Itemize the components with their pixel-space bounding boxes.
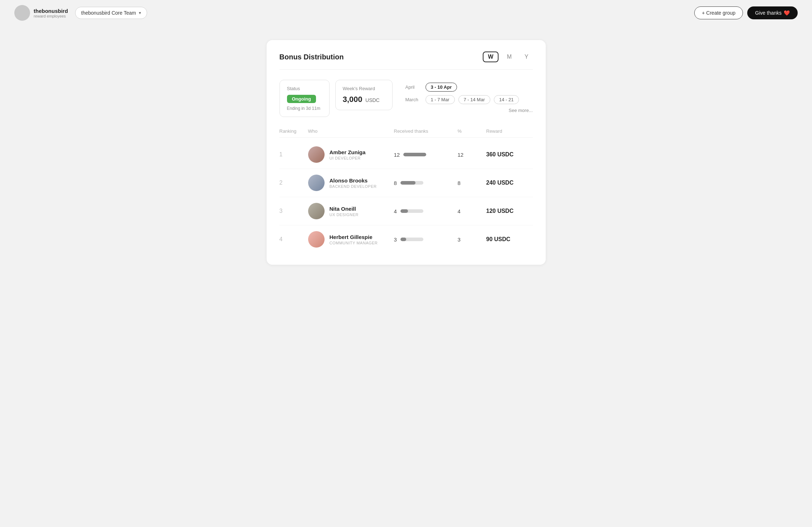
reward-cell: 90 USDC: [486, 236, 533, 243]
col-who: Who: [308, 128, 394, 134]
april-label: April: [405, 84, 422, 90]
person-cell: Nita Oneill UX DESIGNER: [308, 203, 394, 219]
weeks-reward-card: Week's Reward 3,000 USDC: [335, 80, 393, 110]
give-thanks-label: Give thanks: [755, 10, 782, 16]
avatar: [308, 203, 325, 219]
logo-avatar: [14, 5, 30, 21]
april-row: April 3 - 10 Apr: [405, 83, 533, 92]
tab-yearly[interactable]: Y: [520, 52, 533, 62]
thanks-cell: 4: [394, 208, 458, 214]
rank-number: 2: [279, 180, 308, 186]
thanks-count: 4: [394, 208, 397, 214]
avatar: [308, 146, 325, 163]
tab-monthly[interactable]: M: [503, 52, 516, 62]
rank-number: 3: [279, 208, 308, 214]
table-body: 1 Amber Zuniga UI DEVELOPER 12 12 360 US…: [279, 141, 533, 253]
pct-cell: 12: [458, 152, 486, 158]
person-info: Nita Oneill UX DESIGNER: [330, 206, 359, 217]
pct-cell: 3: [458, 236, 486, 243]
col-pct: %: [458, 128, 486, 134]
march-row: March 1 - 7 Mar 7 - 14 Mar 14 - 21: [405, 95, 533, 104]
march-chip-2[interactable]: 7 - 14 Mar: [458, 95, 490, 104]
header-right: + Create group Give thanks ❤️: [694, 6, 798, 19]
main-content: Bonus Distribution W M Y Status Ongoing …: [0, 26, 812, 279]
team-name: thebonusbird Core Team: [81, 10, 136, 16]
person-role: COMMUNITY MANAGER: [330, 241, 378, 245]
bonus-distribution-card: Bonus Distribution W M Y Status Ongoing …: [267, 40, 546, 265]
reward-cell: 120 USDC: [486, 208, 533, 214]
status-ending: Ending in 3d 11m: [287, 106, 322, 111]
person-role: UX DESIGNER: [330, 213, 359, 217]
pct-cell: 8: [458, 180, 486, 186]
logo-area: thebonusbird reward employees: [14, 5, 68, 21]
col-received-thanks: Received thanks: [394, 128, 458, 134]
header-left: thebonusbird reward employees thebonusbi…: [14, 5, 147, 21]
table-row: 2 Alonso Brooks BACKEND DEVELOPER 8 8 24…: [279, 169, 533, 197]
table-row: 3 Nita Oneill UX DESIGNER 4 4 120 USDC: [279, 197, 533, 225]
card-header: Bonus Distribution W M Y: [279, 52, 533, 70]
april-chip-1[interactable]: 3 - 10 Apr: [426, 83, 457, 92]
person-info: Alonso Brooks BACKEND DEVELOPER: [330, 177, 377, 189]
reward-cell: 240 USDC: [486, 180, 533, 186]
progress-bar: [400, 238, 423, 241]
person-cell: Alonso Brooks BACKEND DEVELOPER: [308, 175, 394, 191]
card-title: Bonus Distribution: [279, 53, 344, 61]
march-chip-3[interactable]: 14 - 21: [494, 95, 519, 104]
avatar: [308, 175, 325, 191]
thanks-count: 12: [394, 152, 400, 158]
progress-bar: [403, 153, 426, 156]
col-reward: Reward: [486, 128, 533, 134]
weeks-reward-label: Week's Reward: [343, 86, 385, 91]
person-cell: Herbert Gillespie COMMUNITY MANAGER: [308, 231, 394, 248]
person-role: UI DEVELOPER: [330, 156, 366, 160]
person-name: Alonso Brooks: [330, 177, 377, 184]
team-selector[interactable]: thebonusbird Core Team ▾: [75, 7, 147, 19]
progress-bar: [400, 209, 423, 213]
col-ranking: Ranking: [279, 128, 308, 134]
brand-name: thebonusbird: [34, 8, 68, 14]
thanks-count: 8: [394, 180, 397, 186]
period-tabs: W M Y: [483, 52, 533, 62]
person-name: Herbert Gillespie: [330, 234, 378, 240]
person-info: Herbert Gillespie COMMUNITY MANAGER: [330, 234, 378, 245]
person-name: Nita Oneill: [330, 206, 359, 212]
pct-cell: 4: [458, 208, 486, 214]
reward-cell: 360 USDC: [486, 151, 533, 158]
status-row: Status Ongoing Ending in 3d 11m Week's R…: [279, 80, 533, 117]
march-label: March: [405, 97, 422, 102]
create-group-button[interactable]: + Create group: [694, 6, 743, 19]
thanks-cell: 12: [394, 152, 458, 158]
heart-icon: ❤️: [784, 10, 790, 16]
status-card: Status Ongoing Ending in 3d 11m: [279, 80, 330, 117]
person-role: BACKEND DEVELOPER: [330, 184, 377, 189]
person-info: Amber Zuniga UI DEVELOPER: [330, 149, 366, 160]
thanks-cell: 8: [394, 180, 458, 186]
rank-number: 4: [279, 236, 308, 243]
brand-sub: reward employees: [34, 14, 68, 18]
avatar: [308, 231, 325, 248]
reward-amount: 3,000: [343, 95, 363, 104]
status-label: Status: [287, 86, 322, 91]
table-row: 1 Amber Zuniga UI DEVELOPER 12 12 360 US…: [279, 141, 533, 169]
chevron-down-icon: ▾: [139, 10, 141, 15]
table-row: 4 Herbert Gillespie COMMUNITY MANAGER 3 …: [279, 225, 533, 253]
thanks-count: 3: [394, 236, 397, 243]
march-chip-1[interactable]: 1 - 7 Mar: [426, 95, 455, 104]
date-section: April 3 - 10 Apr March 1 - 7 Mar 7 - 14 …: [398, 80, 533, 113]
status-badge: Ongoing: [287, 95, 316, 103]
logo-text: thebonusbird reward employees: [34, 8, 68, 18]
reward-currency: USDC: [365, 97, 380, 103]
table-header: Ranking Who Received thanks % Reward: [279, 128, 533, 138]
see-more-link[interactable]: See more...: [405, 108, 533, 113]
rank-number: 1: [279, 151, 308, 158]
weeks-reward-value: 3,000 USDC: [343, 95, 385, 104]
person-name: Amber Zuniga: [330, 149, 366, 155]
person-cell: Amber Zuniga UI DEVELOPER: [308, 146, 394, 163]
give-thanks-button[interactable]: Give thanks ❤️: [747, 6, 798, 19]
tab-weekly[interactable]: W: [483, 52, 498, 62]
header: thebonusbird reward employees thebonusbi…: [0, 0, 812, 26]
progress-bar: [400, 181, 423, 185]
thanks-cell: 3: [394, 236, 458, 243]
